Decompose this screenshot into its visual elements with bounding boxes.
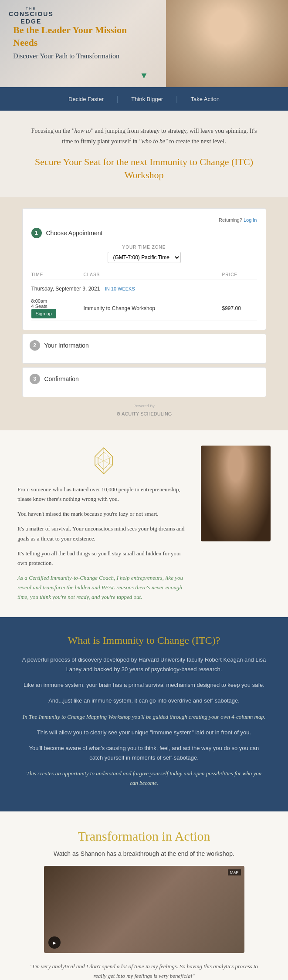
bio-para-4: It's telling you all the bad things so y… [17,549,190,568]
class-row: 8:00am 4 Seats Sign up Immunity to Chang… [31,296,257,321]
bio-para-1: From someone who has trained over 10,000… [17,485,190,504]
video-overlay-text: MAP [228,869,241,875]
navbar: Decide Faster | Think Bigger | Take Acti… [0,87,288,111]
class-time: 8:00am [31,298,84,304]
itc-para-2: Like an immune system, your brain has a … [22,680,266,690]
time-info: 8:00am 4 Seats Sign up [31,298,84,318]
timezone-select[interactable]: (GMT-7:00) Pacific Time [108,252,181,263]
itc-para-4: This will allow you to clearly see your … [22,728,266,737]
powered-by: Powered By [17,404,271,408]
itc-italic-2: This creates an opportunity to understan… [22,769,266,788]
class-price: $997.00 [222,305,257,311]
logo: THE CONSCIOUS EDGE [9,7,54,25]
signup-button[interactable]: Sign up [31,309,56,318]
logo-main: CONSCIOUS [9,10,54,18]
class-name: Immunity to Change Workshop [84,305,222,311]
step-3-label: Confirmation [44,375,79,382]
video-background [44,866,244,953]
step-1-number: 1 [31,228,42,238]
step-1-label: Choose Appointment [46,230,103,237]
diamond-icon [88,446,119,476]
transformation-section: Transformation in Action Watch as Shanno… [0,811,288,980]
nav-think-bigger[interactable]: Think Bigger [118,96,176,102]
intro-section: Focusing on the "how to" and jumping fro… [0,111,288,197]
timezone-section: YOUR TIME ZONE (GMT-7:00) Pacific Time [31,245,257,263]
quote-text: "I'm very analytical and I don't spend a… [26,962,262,980]
itc-section: What is Immunity to Change (ITC)? A powe… [0,617,288,811]
intro-italic-2: "who to be" [139,138,168,145]
col-class: CLASS [84,272,222,277]
itc-para-5: You'll become aware of what's causing yo… [22,743,266,763]
step-2-number: 2 [30,340,40,351]
bio-section: From someone who has trained over 10,000… [0,430,288,617]
hero-section: THE CONSCIOUS EDGE Be the Leader Your Mi… [0,0,288,87]
video-container[interactable]: MAP ▶ [44,866,244,953]
weeks-badge: IN 10 WEEKS [105,286,135,291]
step-3-header: 3 Confirmation [30,374,259,384]
hero-headline: Be the Leader Your Mission Needs [13,24,144,49]
intro-paragraph: Focusing on the "how to" and jumping fro… [26,126,262,147]
itc-para-3: And...just like an immune system, it can… [22,696,266,706]
video-play-button[interactable]: ▶ [48,936,61,949]
scheduling-box: Returning? Log In 1 Choose Appointment Y… [22,208,266,330]
step-3-number: 3 [30,374,40,384]
timezone-label: YOUR TIME ZONE [31,245,257,250]
transform-subtext: Watch as Shannon has a breakthrough at t… [26,850,262,857]
section-heading: Secure Your Seat for the next Immunity t… [26,155,262,182]
bio-italic: As a Certified Immunity-to-Change Coach,… [17,573,190,602]
hero-arrow: ▼ [140,71,149,81]
bio-left: From someone who has trained over 10,000… [17,446,190,602]
returning-link: Returning? Log In [31,217,257,223]
hero-subtext: Discover Your Path to Transformation [13,52,144,60]
acuity-footer: Powered By ⚙ ACUITY SCHEDULING [17,404,271,417]
date-text: Thursday, September 9, 2021 [31,286,100,292]
step-2-box: 2 Your Information [22,334,266,364]
transform-heading: Transformation in Action [26,829,262,844]
login-link[interactable]: Log In [244,217,257,223]
logo-the: THE [9,7,54,10]
bio-para-3: It's a matter of survival. Your unconsci… [17,524,190,543]
table-header: TIME CLASS PRICE [31,270,257,280]
itc-heading: What is Immunity to Change (ITC)? [22,635,266,646]
col-time: TIME [31,272,84,277]
bio-photo [201,446,271,541]
nav-take-action[interactable]: Take Action [177,96,233,102]
itc-para-1: A powerful process of discovery develope… [22,655,266,674]
class-slots: 4 Seats [31,304,84,309]
returning-text: Returning? [219,217,242,223]
bio-para-2: You haven't missed the mark because you'… [17,509,190,519]
step-1-header: 1 Choose Appointment [31,228,257,238]
step-3-box: 3 Confirmation [22,367,266,397]
hero-text: Be the Leader Your Mission Needs Discove… [13,24,144,60]
intro-italic-1: "how to" [72,128,94,134]
step-2-label: Your Information [44,342,89,349]
itc-italic-1: In The Immunity to Change Mapping Worksh… [22,712,266,722]
nav-decide-faster[interactable]: Decide Faster [55,96,117,102]
hero-photo [166,0,288,87]
date-row: Thursday, September 9, 2021 IN 10 WEEKS [31,284,257,294]
acuity-logo: ⚙ ACUITY SCHEDULING [116,411,172,416]
step-2-header: 2 Your Information [30,340,259,351]
scheduling-section: Returning? Log In 1 Choose Appointment Y… [0,197,288,430]
col-price: PRICE [222,272,257,277]
